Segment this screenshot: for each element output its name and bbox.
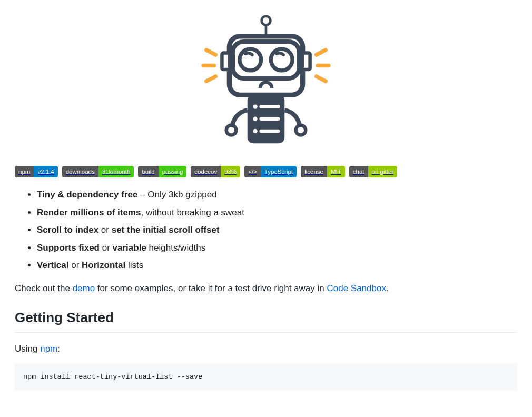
svg-point-13 (253, 129, 257, 133)
svg-line-17 (206, 50, 216, 55)
codecov-badge[interactable]: codecov 93% (191, 166, 240, 177)
license-badge[interactable]: license MIT (301, 166, 345, 177)
build-badge[interactable]: build passing (138, 166, 186, 177)
using-npm-line: Using npm: (15, 342, 517, 356)
badge-value: v2.1.4 (34, 166, 57, 177)
badge-label: codecov (191, 166, 221, 177)
intro-text: Check out the (15, 283, 73, 293)
feature-list: Tiny & dependency free – Only 3kb gzippe… (15, 188, 517, 272)
intro-paragraph: Check out the demo for some examples, or… (15, 282, 517, 295)
svg-line-19 (206, 76, 216, 81)
feature-bold: Scroll to index (37, 225, 98, 235)
svg-rect-4 (222, 53, 230, 70)
badge-label: build (138, 166, 158, 177)
badge-value: 31k/month (98, 166, 134, 177)
intro-text: . (386, 283, 389, 293)
feature-text: , without breaking a sweat (141, 207, 244, 217)
codesandbox-link[interactable]: Code Sandbox (327, 283, 386, 293)
badge-label: chat (349, 166, 368, 177)
svg-point-0 (262, 16, 271, 25)
typescript-badge[interactable]: </> TypeScript (244, 166, 297, 177)
feature-bold: set the initial scroll offset (112, 225, 220, 235)
feature-item-tiny: Tiny & dependency free – Only 3kb gzippe… (37, 188, 517, 202)
badge-value: TypeScript (261, 166, 297, 177)
badges-row: npm v2.1.4 downloads 31k/month build pas… (15, 166, 517, 177)
feature-bold: Render millions of items (37, 207, 141, 217)
feature-item-render: Render millions of items, without breaki… (37, 206, 517, 220)
feature-bold: variable (113, 243, 146, 253)
npm-link[interactable]: npm (40, 344, 57, 354)
badge-value: passing (159, 166, 187, 177)
svg-point-15 (226, 125, 237, 135)
feature-item-orientation: Vertical or Horizontal lists (37, 259, 517, 272)
feature-text: or (98, 225, 112, 235)
feature-item-scroll: Scroll to index or set the initial scrol… (37, 223, 517, 237)
feature-bold: Supports fixed (37, 243, 100, 253)
downloads-badge[interactable]: downloads 31k/month (62, 166, 134, 177)
svg-line-20 (317, 50, 326, 55)
badge-label: </> (244, 166, 261, 177)
svg-point-11 (253, 117, 257, 121)
feature-bold: Tiny & dependency free (37, 190, 137, 200)
feature-item-supports: Supports fixed or variable heights/width… (37, 241, 517, 255)
svg-point-9 (253, 104, 257, 108)
install-code-block[interactable]: npm install react-tiny-virtual-list --sa… (15, 363, 517, 391)
svg-line-22 (317, 76, 326, 81)
svg-rect-5 (302, 53, 310, 70)
chat-badge[interactable]: chat on gitter (349, 166, 397, 177)
robot-logo (192, 15, 340, 152)
svg-rect-3 (233, 42, 299, 78)
feature-bold: Vertical (37, 260, 69, 270)
robot-logo-container (15, 15, 517, 155)
feature-bold: Horizontal (82, 260, 125, 270)
feature-text: or (100, 243, 113, 253)
feature-text: lists (125, 260, 143, 270)
badge-value: on gitter (368, 166, 398, 177)
feature-text: or (69, 260, 82, 270)
badge-label: license (301, 166, 327, 177)
using-text: Using (15, 344, 40, 354)
getting-started-heading: Getting Started (15, 307, 517, 333)
badge-label: downloads (62, 166, 98, 177)
svg-point-16 (296, 125, 306, 135)
feature-text: heights/widths (146, 243, 205, 253)
demo-link[interactable]: demo (73, 283, 95, 293)
badge-value: MIT (327, 166, 345, 177)
npm-version-badge[interactable]: npm v2.1.4 (15, 166, 58, 177)
feature-text: – Only 3kb gzipped (137, 190, 216, 200)
using-text: : (57, 344, 60, 354)
badge-label: npm (15, 166, 34, 177)
intro-text: for some examples, or take it for a test… (95, 283, 327, 293)
badge-value: 93% (221, 166, 240, 177)
